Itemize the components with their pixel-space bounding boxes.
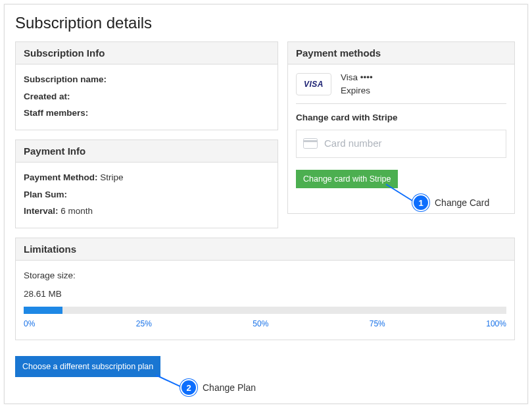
callout-2-text: Change Plan (203, 382, 256, 393)
interval-value: 6 month (60, 206, 93, 216)
tick-100: 100% (486, 317, 506, 332)
payment-method-label: Payment Method: (24, 172, 98, 182)
payment-info-header: Payment Info (16, 140, 278, 163)
callout-1: 1 Change Card (412, 194, 489, 211)
storage-ticks: 0% 25% 50% 75% 100% (24, 317, 506, 332)
saved-card-info: Visa •••• Expires (341, 71, 373, 98)
card-expires: Expires (341, 84, 373, 97)
interval-row: Interval: 6 month (24, 203, 270, 220)
interval-label: Interval: (24, 206, 59, 216)
credit-card-icon (303, 138, 318, 149)
change-card-button[interactable]: Change card with Stripe (296, 170, 398, 188)
saved-card: VISA Visa •••• Expires (296, 71, 506, 98)
limitations-body: Storage size: 28.61 MB 0% 25% 50% 75% 10… (16, 261, 514, 340)
card-number-placeholder: Card number (324, 134, 382, 153)
subscription-info-header: Subscription Info (16, 42, 278, 64)
subscription-name-label: Subscription name: (24, 74, 107, 84)
card-number-input[interactable]: Card number (296, 130, 506, 158)
payment-method-row: Payment Method: Stripe (24, 169, 270, 186)
divider (296, 103, 506, 104)
staff-members-label: Staff members: (24, 108, 88, 118)
left-column: Subscription Info Subscription name: Cre… (15, 41, 278, 238)
tick-25: 25% (136, 317, 152, 332)
callout-1-text: Change Card (435, 197, 489, 208)
subscription-details-page: Subscription details Subscription Info S… (4, 4, 528, 404)
limitations-header: Limitations (16, 238, 514, 261)
created-at-row: Created at: (24, 88, 270, 105)
subscription-name-row: Subscription name: (24, 71, 270, 88)
card-brand-last4: Visa •••• (341, 71, 373, 84)
storage-size-value: 28.61 MB (24, 286, 506, 303)
payment-methods-header: Payment methods (288, 42, 514, 64)
plan-sum-row: Plan Sum: (24, 186, 270, 203)
storage-progress-fill (24, 307, 62, 314)
payment-method-value: Stripe (100, 172, 123, 182)
page-title: Subscription details (15, 14, 517, 32)
payment-info-body: Payment Method: Stripe Plan Sum: Interva… (16, 163, 278, 228)
choose-plan-button[interactable]: Choose a different subscription plan (15, 356, 160, 377)
subscription-info-body: Subscription name: Created at: Staff mem… (16, 64, 278, 130)
payment-methods-panel: Payment methods VISA Visa •••• Expires C… (287, 41, 515, 214)
subscription-info-panel: Subscription Info Subscription name: Cre… (15, 41, 278, 130)
callout-2: 2 Change Plan (180, 379, 256, 396)
storage-size-label: Storage size: (24, 267, 506, 284)
created-at-label: Created at: (24, 91, 70, 101)
svg-rect-1 (303, 140, 318, 142)
svg-rect-0 (304, 139, 318, 149)
callout-2-line (156, 374, 184, 388)
payment-info-panel: Payment Info Payment Method: Stripe Plan… (15, 140, 278, 228)
staff-members-row: Staff members: (24, 105, 270, 122)
callout-2-number: 2 (180, 379, 197, 396)
tick-75: 75% (370, 317, 385, 332)
tick-0: 0% (24, 317, 35, 332)
storage-progress-bar (24, 307, 506, 314)
visa-icon: VISA (296, 73, 331, 95)
limitations-panel: Limitations Storage size: 28.61 MB 0% 25… (15, 238, 515, 340)
payment-methods-body: VISA Visa •••• Expires Change card with … (288, 64, 514, 213)
callout-1-number: 1 (412, 194, 429, 211)
tick-50: 50% (253, 317, 268, 332)
plan-sum-label: Plan Sum: (24, 190, 67, 199)
change-card-header: Change card with Stripe (296, 109, 506, 126)
